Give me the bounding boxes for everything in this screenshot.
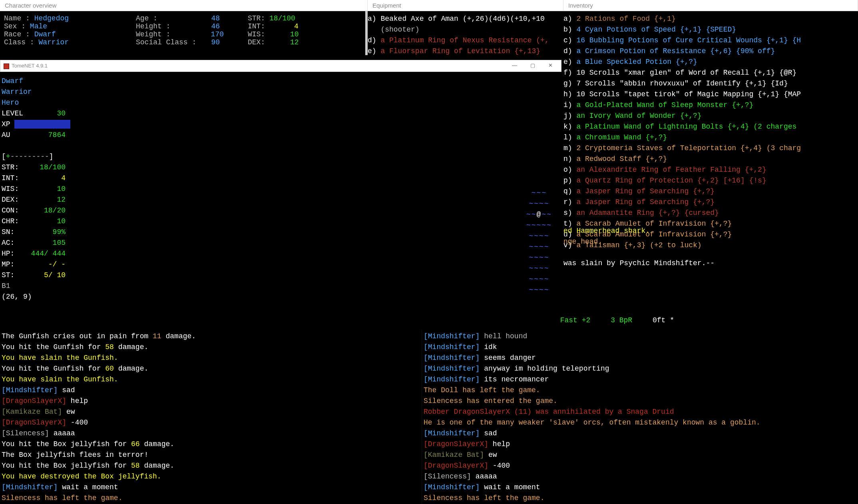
tab-equipment[interactable]: Equipment bbox=[368, 0, 563, 11]
map-area[interactable]: ~~~~~~~~~@~~~~~~~~~~~~~~~~~~~~~~~~~~~~~~… bbox=[90, 76, 560, 323]
app-title: TomeNET 4.9.1 bbox=[12, 63, 48, 69]
inventory-item[interactable]: c) 16 Bubbling Potions of Cure Critical … bbox=[563, 35, 858, 46]
s-ac-label: AC: bbox=[2, 239, 14, 247]
int-label: INT: bbox=[248, 22, 265, 30]
social-label: Social Class : bbox=[136, 38, 196, 46]
title-bar[interactable]: TomeNET 4.9.1 — ▢ ✕ bbox=[0, 60, 561, 72]
header-bar: Character overview Equipment Inventory bbox=[0, 0, 858, 11]
log-line: [Mindshifter] anyway im holding teleport… bbox=[424, 363, 856, 374]
log-line: You have slain the Gunfish. bbox=[2, 374, 420, 385]
s-ac-value: 105 bbox=[53, 238, 66, 248]
side-message bbox=[563, 247, 851, 258]
social-value: 90 bbox=[211, 38, 220, 46]
dex-value: 12 bbox=[290, 38, 299, 46]
log-line: [Mindshifter] wait a moment bbox=[424, 482, 856, 493]
age-value: 48 bbox=[211, 14, 220, 22]
maximize-button[interactable]: ▢ bbox=[524, 60, 541, 71]
depth: B1 bbox=[2, 281, 90, 292]
log-line: You hit the Gunfish for 58 damage. bbox=[2, 342, 420, 353]
inventory-item[interactable]: e) a Blue Speckled Potion {+,?} bbox=[563, 57, 858, 67]
log-line: You hit the Box jellyfish for 66 damage. bbox=[2, 439, 420, 450]
race-value: Dwarf bbox=[34, 30, 56, 38]
sex-label: Sex : bbox=[4, 22, 26, 30]
level-value: 30 bbox=[57, 108, 66, 119]
inventory-item[interactable]: l) a Chromium Wand {+,?} bbox=[563, 132, 858, 143]
s-int-label: INT: bbox=[2, 174, 19, 182]
inventory-item[interactable]: r) a Jasper Ring of Searching {+,?} bbox=[563, 197, 858, 208]
inventory-item[interactable]: o) an Alexandrite Ring of Feather Fallin… bbox=[563, 165, 858, 175]
inventory-item[interactable]: m) 2 Cryptomeria Staves of Teleportation… bbox=[563, 143, 858, 154]
equipment-item[interactable]: e) a Fluorspar Ring of Levitation {+,13} bbox=[368, 46, 563, 57]
inventory-item[interactable]: j) an Ivory Wand of Wonder {+,?} bbox=[563, 111, 858, 121]
side-message: was slain by Psychic Mindshifter.-- bbox=[563, 258, 851, 269]
inventory-item[interactable]: s) an Adamantite Ring {+,?} {cursed} bbox=[563, 208, 858, 218]
s-hp-label: HP: bbox=[2, 250, 14, 258]
s-chr-label: CHR: bbox=[2, 217, 19, 225]
game-window: TomeNET 4.9.1 — ▢ ✕ Dwarf Warrior Hero L… bbox=[0, 60, 561, 327]
inventory-item[interactable]: k) a Platinum Wand of Lightning Bolts {+… bbox=[563, 121, 858, 132]
inventory-item[interactable]: q) a Jasper Ring of Searching {+,?} bbox=[563, 186, 858, 197]
side-message: nge head. bbox=[563, 236, 851, 247]
s-mp-label: MP: bbox=[2, 260, 14, 268]
equipment-item[interactable]: d) a Platinum Ring of Nexus Resistance (… bbox=[368, 35, 563, 46]
inventory-item[interactable]: f) 10 Scrolls "xmar glen" of Word of Rec… bbox=[563, 67, 858, 78]
s-dex-value: 12 bbox=[57, 194, 66, 205]
status-bar: Fast +2 3 BpR 0ft * bbox=[0, 316, 858, 328]
s-dex-label: DEX: bbox=[2, 196, 19, 204]
inventory-item[interactable]: d) a Crimson Potion of Resistance {+,6} … bbox=[563, 46, 858, 57]
class-label: Class : bbox=[4, 38, 34, 46]
sex-value: Male bbox=[30, 22, 47, 30]
log-line: [Mindshifter] sad bbox=[2, 385, 420, 396]
inventory-item[interactable]: g) 7 Scrolls "abbin rhovxuxu" of Identif… bbox=[563, 78, 858, 89]
s-st-value: 5/ 10 bbox=[44, 270, 66, 281]
str-value: 18/100 bbox=[269, 14, 295, 22]
s-mp-value: -/ - bbox=[48, 259, 66, 270]
log-line: He is one of the many weaker 'slave' orc… bbox=[424, 417, 856, 428]
inventory-item[interactable]: i) a Gold-Plated Wand of Sleep Monster {… bbox=[563, 100, 858, 111]
log-line: Silencess has left the game. bbox=[2, 493, 420, 504]
race-label: Race : bbox=[4, 30, 30, 38]
stat-class: Warrior bbox=[2, 87, 90, 97]
xp-bar bbox=[14, 120, 70, 129]
au-value: 7864 bbox=[48, 130, 66, 141]
inventory-item[interactable]: a) 2 Rations of Food {+,1} bbox=[563, 14, 858, 24]
stat-title: Hero bbox=[2, 97, 90, 108]
inventory-item[interactable]: p) a Quartz Ring of Protection {+,2} [+1… bbox=[563, 175, 858, 186]
pane-divider[interactable] bbox=[365, 11, 368, 55]
tab-character-overview[interactable]: Character overview bbox=[0, 0, 368, 11]
s-sn-value: 99% bbox=[53, 227, 66, 238]
side-message: ed Hammerhead shark. bbox=[563, 226, 851, 236]
player-symbol: @ bbox=[537, 210, 542, 218]
log-line: [Mindshifter] idk bbox=[424, 342, 856, 353]
wis-label: WIS: bbox=[248, 30, 265, 38]
class-value: Warrior bbox=[38, 38, 69, 46]
minimize-button[interactable]: — bbox=[506, 60, 524, 71]
tab-inventory[interactable]: Inventory bbox=[563, 0, 858, 11]
age-label: Age : bbox=[136, 14, 157, 22]
log-line: [DragonSlayerX] -400 bbox=[2, 417, 420, 428]
str-label: STR: bbox=[248, 14, 265, 22]
wis-value: 10 bbox=[290, 30, 299, 38]
side-messages: ed Hammerhead shark.nge head. was slain … bbox=[563, 226, 851, 269]
close-button[interactable]: ✕ bbox=[541, 60, 559, 71]
s-st-label: ST: bbox=[2, 271, 14, 279]
message-log-left: The Gunfish cries out in pain from 11 da… bbox=[0, 329, 422, 504]
s-sn-label: SN: bbox=[2, 228, 14, 236]
status-fast: Fast +2 bbox=[560, 316, 591, 324]
inventory-item[interactable]: n) a Redwood Staff {+,?} bbox=[563, 154, 858, 165]
log-line: Silencess has left the game. bbox=[424, 493, 856, 504]
log-line: [Mindshifter] sad bbox=[424, 428, 856, 439]
log-line: [DragonSlayerX] help bbox=[424, 439, 856, 450]
height-value: 46 bbox=[211, 22, 220, 30]
height-label: Height : bbox=[136, 22, 170, 30]
dex-label: DEX: bbox=[248, 38, 265, 46]
inventory-item[interactable]: b) 4 Cyan Potions of Speed {+,1} {SPEED} bbox=[563, 24, 858, 35]
weight-value: 170 bbox=[211, 30, 224, 38]
log-line: The Box jellyfish flees in terror! bbox=[2, 450, 420, 460]
stats-panel: Dwarf Warrior Hero LEVEL 30 XP AU 7864 [… bbox=[2, 76, 90, 323]
name-label: Name : bbox=[4, 14, 30, 22]
equipment-item[interactable]: a) Beaked Axe of Aman (+,26)(4d6)(+10,+1… bbox=[368, 14, 563, 24]
equipment-item[interactable]: (shooter) bbox=[368, 24, 563, 35]
inventory-item[interactable]: h) 10 Scrolls "tapet tirok" of Magic Map… bbox=[563, 89, 858, 100]
log-line: [Silencess] aaaaa bbox=[2, 428, 420, 439]
